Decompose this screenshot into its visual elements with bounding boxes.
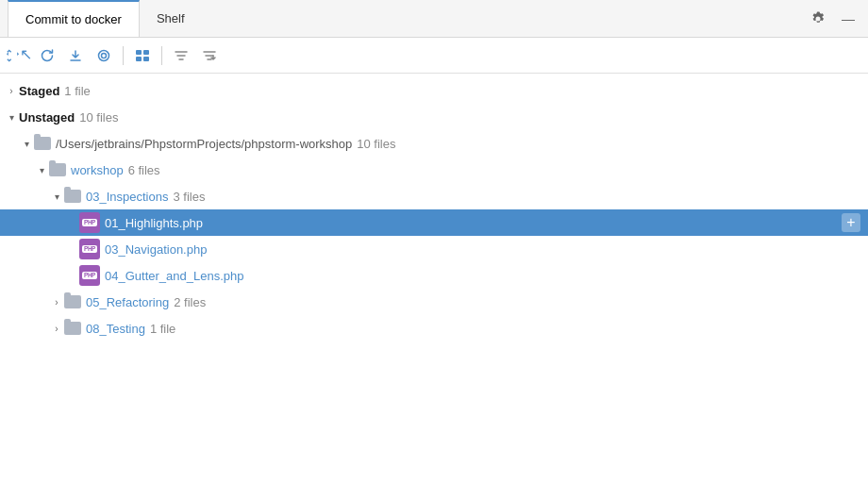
toolbar: ↖	[0, 38, 868, 74]
staged-chevron	[4, 83, 19, 98]
workshop-chevron	[34, 162, 49, 177]
tab-shelf[interactable]: Shelf	[140, 0, 202, 37]
refactoring-folder-label: 05_Refactoring	[86, 295, 169, 309]
root-path-label: /Users/jetbrains/PhpstormProjects/phpsto…	[56, 137, 352, 151]
testing-chevron	[49, 321, 64, 336]
php-icon-2: PHP	[79, 239, 100, 259]
file3-label: 04_Gutter_and_Lens.php	[105, 269, 243, 283]
tab-actions: —	[806, 7, 860, 31]
inspections-chevron	[49, 189, 64, 204]
workshop-folder-row[interactable]: workshop 6 files	[0, 157, 868, 183]
tab-commit[interactable]: Commit to docker	[8, 0, 140, 37]
unstaged-chevron	[4, 109, 19, 125]
svg-rect-3	[143, 50, 149, 55]
sep-1	[123, 46, 124, 65]
root-path-count: 10 files	[357, 137, 395, 151]
show-diff-button[interactable]	[91, 42, 117, 69]
svg-rect-2	[136, 50, 142, 55]
svg-point-0	[99, 50, 109, 60]
svg-rect-4	[136, 57, 142, 61]
update-button[interactable]: ↖	[6, 42, 32, 69]
file2-label: 03_Navigation.php	[105, 242, 207, 257]
file-gutter-row[interactable]: PHP 04_Gutter_and_Lens.php	[0, 262, 868, 289]
settings-button[interactable]	[806, 7, 830, 31]
workshop-folder-icon	[49, 163, 66, 176]
tab-bar: Commit to docker Shelf —	[0, 0, 868, 38]
unstaged-label: Unstaged	[19, 110, 75, 125]
inspections-folder-row[interactable]: 03_Inspections 3 files	[0, 183, 868, 209]
file-navigation-row[interactable]: PHP 03_Navigation.php	[0, 236, 868, 262]
staged-label: Staged	[19, 84, 59, 98]
file-tree: Staged 1 file Unstaged 10 files /Users/j…	[0, 74, 868, 483]
workshop-folder-label: workshop	[71, 163, 124, 177]
sort-button[interactable]	[168, 42, 194, 69]
root-folder-icon	[34, 137, 51, 150]
testing-folder-icon	[64, 322, 81, 335]
php-icon-3: PHP	[79, 265, 100, 286]
unstaged-section[interactable]: Unstaged 10 files	[0, 104, 868, 130]
tab-shelf-label: Shelf	[157, 11, 185, 25]
refactoring-count: 2 files	[174, 295, 206, 309]
group-by-button[interactable]	[129, 42, 156, 69]
refactoring-folder-icon	[64, 295, 81, 308]
file1-label: 01_Highlights.php	[105, 216, 203, 230]
inspections-folder-label: 03_Inspections	[86, 190, 168, 204]
add-to-staged-button[interactable]: +	[842, 213, 860, 232]
workshop-count: 6 files	[128, 163, 160, 177]
unstaged-count: 10 files	[79, 110, 118, 125]
sort-by-button[interactable]	[196, 42, 223, 69]
rollback-button[interactable]	[62, 42, 89, 69]
refactoring-chevron	[49, 294, 64, 309]
root-path-row[interactable]: /Users/jetbrains/PhpstormProjects/phpsto…	[0, 130, 868, 157]
sep-2	[161, 46, 162, 65]
minimize-icon: —	[842, 11, 855, 26]
testing-count: 1 file	[150, 322, 175, 336]
tab-commit-label: Commit to docker	[25, 12, 122, 26]
staged-section[interactable]: Staged 1 file	[0, 77, 868, 104]
file-highlights-row[interactable]: PHP 01_Highlights.php +	[0, 209, 868, 236]
svg-rect-5	[143, 57, 149, 61]
testing-folder-label: 08_Testing	[86, 322, 145, 336]
inspections-folder-icon	[64, 190, 81, 203]
staged-count: 1 file	[64, 84, 90, 98]
root-path-chevron	[19, 136, 34, 151]
refresh-button[interactable]	[34, 42, 60, 69]
svg-point-1	[102, 53, 107, 58]
inspections-count: 3 files	[173, 190, 205, 204]
php-icon-1: PHP	[79, 212, 100, 233]
minimize-button[interactable]: —	[836, 7, 860, 31]
refactoring-folder-row[interactable]: 05_Refactoring 2 files	[0, 289, 868, 315]
testing-folder-row[interactable]: 08_Testing 1 file	[0, 315, 868, 341]
